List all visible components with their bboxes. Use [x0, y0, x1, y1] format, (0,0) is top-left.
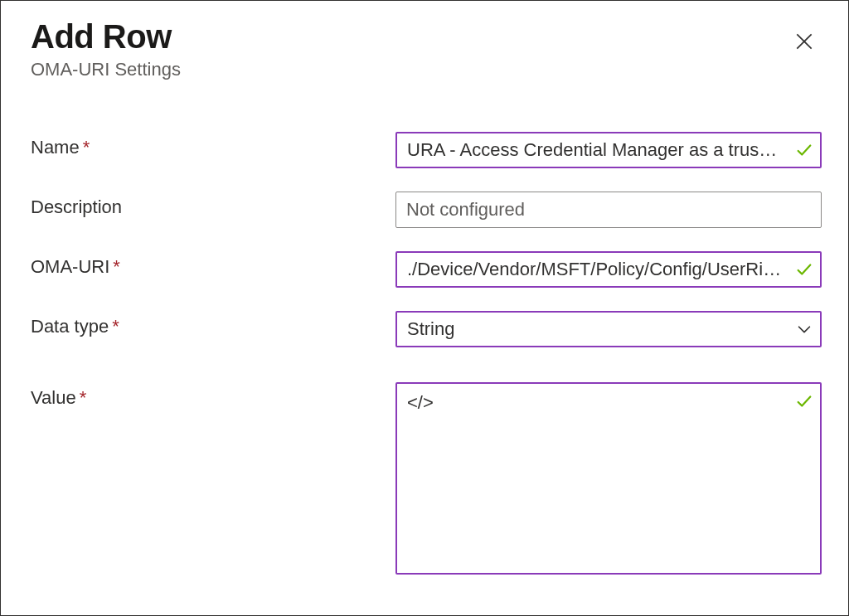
panel-subtitle: OMA-URI Settings — [31, 59, 181, 80]
label-description-text: Description — [31, 196, 122, 217]
add-row-panel: Add Row OMA-URI Settings Name* URA - Acc… — [0, 0, 849, 616]
oma-uri-input-wrapper: ./Device/Vendor/MSFT/Policy/Config/UserR… — [395, 251, 822, 288]
row-data-type: Data type* String — [31, 311, 822, 347]
label-data-type: Data type* — [31, 311, 395, 337]
required-marker: * — [112, 316, 119, 337]
label-data-type-text: Data type — [31, 316, 109, 337]
required-marker: * — [83, 137, 90, 158]
field-name: URA - Access Credential Manager as a tru… — [395, 132, 822, 168]
description-input[interactable]: Not configured — [395, 192, 822, 228]
data-type-select[interactable]: String — [395, 311, 822, 347]
value-textarea[interactable]: </> — [395, 382, 822, 575]
form: Name* URA - Access Credential Manager as… — [31, 132, 822, 575]
label-name-text: Name — [31, 137, 80, 158]
title-block: Add Row OMA-URI Settings — [31, 19, 181, 80]
name-input-wrapper: URA - Access Credential Manager as a tru… — [395, 132, 822, 168]
description-input-wrapper: Not configured — [395, 192, 822, 228]
field-description: Not configured — [395, 192, 822, 228]
close-button[interactable] — [790, 27, 818, 56]
required-marker: * — [113, 256, 120, 277]
row-description: Description Not configured — [31, 192, 822, 228]
panel-title: Add Row — [31, 19, 181, 54]
label-value: Value* — [31, 382, 395, 409]
label-name: Name* — [31, 132, 395, 158]
row-value: Value* </> — [31, 382, 822, 575]
row-oma-uri: OMA-URI* ./Device/Vendor/MSFT/Policy/Con… — [31, 251, 822, 288]
label-oma-uri-text: OMA-URI — [31, 256, 109, 277]
required-marker: * — [80, 387, 87, 408]
data-type-select-wrapper: String — [395, 311, 822, 347]
value-input-wrapper: </> — [395, 382, 822, 575]
label-description: Description — [31, 192, 395, 218]
panel-header: Add Row OMA-URI Settings — [31, 19, 822, 80]
field-data-type: String — [395, 311, 822, 347]
field-value: </> — [395, 382, 822, 575]
oma-uri-input[interactable]: ./Device/Vendor/MSFT/Policy/Config/UserR… — [395, 251, 822, 288]
row-name: Name* URA - Access Credential Manager as… — [31, 132, 822, 168]
label-value-text: Value — [31, 387, 76, 408]
label-oma-uri: OMA-URI* — [31, 251, 395, 278]
name-input[interactable]: URA - Access Credential Manager as a tru… — [395, 132, 822, 168]
description-placeholder: Not configured — [406, 199, 525, 220]
close-icon — [793, 31, 815, 52]
field-oma-uri: ./Device/Vendor/MSFT/Policy/Config/UserR… — [395, 251, 822, 288]
